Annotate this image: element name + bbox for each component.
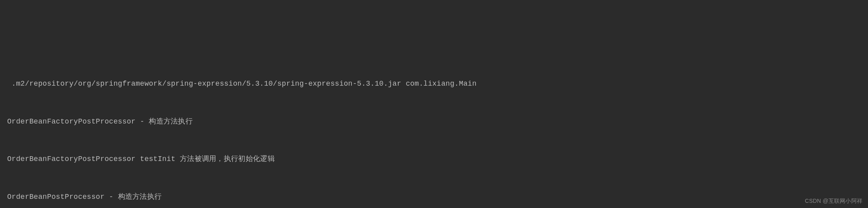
console-line: OrderBeanFactoryPostProcessor - 构造方法执行 [7, 116, 861, 128]
console-line: .m2/repository/org/springframework/sprin… [7, 78, 861, 90]
console-line: OrderBeanFactoryPostProcessor testInit 方… [7, 153, 861, 166]
console-line: OrderBeanPostProcessor - 构造方法执行 [7, 191, 861, 204]
console-output[interactable]: .m2/repository/org/springframework/sprin… [7, 53, 861, 208]
watermark-text: CSDN @互联网小阿祥 [805, 196, 862, 206]
